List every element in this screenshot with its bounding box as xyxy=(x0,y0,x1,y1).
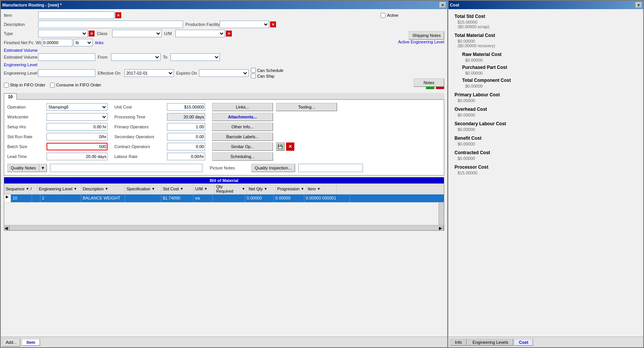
other-info-button[interactable]: Other Info... xyxy=(212,123,273,131)
col-sequence[interactable]: Sequence▼ xyxy=(4,184,29,194)
active-eng-level-link[interactable]: Active Engineering Level xyxy=(398,40,444,44)
quality-notes-input[interactable] xyxy=(50,164,202,172)
class-label: Class xyxy=(97,31,112,36)
um-clear[interactable]: ✕ xyxy=(226,30,232,37)
col-slash[interactable]: / xyxy=(29,184,37,194)
estimated-volume-section: Estimated Volume Estimated Volume From T… xyxy=(4,48,444,61)
item-clear-button[interactable]: ✕ xyxy=(115,12,121,18)
description-input[interactable] xyxy=(38,21,183,28)
cost-tab-info[interactable]: Info xyxy=(450,339,467,346)
links-link[interactable]: links xyxy=(95,40,103,45)
type-class-row: Type ✕ Class U/M ✕ xyxy=(4,30,444,37)
tooling-button[interactable]: Tooling... xyxy=(276,103,337,111)
table-row[interactable]: ▶ 10 2 BALANCE WEIGHT $1.74090 ea 0.0000… xyxy=(4,195,444,202)
total-component-cost-value: $0.00000 xyxy=(465,84,637,88)
primary-operators-label: Primary Operators xyxy=(114,125,164,129)
expires-on-label: Expires On xyxy=(176,71,199,75)
std-run-rate-input[interactable] xyxy=(47,133,108,140)
hscroll-left-arrow[interactable]: ◀ xyxy=(4,225,10,231)
um-select[interactable] xyxy=(175,30,225,37)
class-select[interactable] xyxy=(112,30,162,37)
vertical-scrollbar[interactable] xyxy=(438,203,444,225)
from-select[interactable] xyxy=(111,53,161,61)
row-expand-arrow[interactable]: ▶ xyxy=(4,195,11,202)
eng-level-input[interactable] xyxy=(38,69,95,77)
col-specification[interactable]: Specification▼ xyxy=(125,184,161,194)
labour-rate-input[interactable] xyxy=(167,153,205,160)
production-facility-select[interactable] xyxy=(220,21,269,28)
to-select[interactable] xyxy=(170,53,220,61)
delete-button[interactable]: ✕ xyxy=(286,142,294,151)
primary-operators-input[interactable] xyxy=(167,123,205,131)
quality-notes-dropdown[interactable]: ▼ xyxy=(39,164,47,172)
workcenter-select[interactable] xyxy=(47,113,108,121)
bottom-tab-item[interactable]: Item xyxy=(22,339,40,346)
bom-header: Bill of Material xyxy=(4,177,444,184)
production-facility-clear[interactable]: ✕ xyxy=(270,21,276,27)
primary-labour-cost-item: Primary Labour Cost $0.00000 xyxy=(454,92,637,103)
hscroll-right-arrow[interactable]: ▶ xyxy=(438,225,444,231)
cost-tab-cost[interactable]: Cost xyxy=(514,339,533,346)
lead-time-input[interactable] xyxy=(47,153,108,160)
operation-select[interactable]: Stamping6 xyxy=(47,103,108,111)
quality-inspection-input[interactable] xyxy=(298,164,363,172)
benefit-cost-item: Benefit Cost $0.00000 xyxy=(454,136,637,146)
cost-tab-engineering-levels[interactable]: Engineering Levels xyxy=(467,339,513,346)
weight-unit-select[interactable]: lb xyxy=(74,39,93,46)
quality-inspection-button[interactable]: Quality Inspection... xyxy=(251,164,295,172)
similar-op-button[interactable]: Similar Op... xyxy=(212,142,273,151)
est-vol-input[interactable] xyxy=(38,53,95,61)
save-icon[interactable]: 💾 xyxy=(276,142,284,151)
can-schedule-checkbox[interactable] xyxy=(251,68,256,73)
workcenter-label: Workcenter xyxy=(7,115,43,119)
col-progression[interactable]: Progression▼ xyxy=(276,184,306,194)
to-label: To xyxy=(163,55,170,59)
processing-time-input xyxy=(167,113,205,121)
type-select[interactable] xyxy=(38,30,88,37)
col-description[interactable]: Description▼ xyxy=(81,184,125,194)
type-clear[interactable]: ✕ xyxy=(88,30,95,37)
can-ship-row: Can Ship xyxy=(251,73,283,78)
notes-button[interactable]: Notes xyxy=(414,78,444,87)
overhead-cost-value: $0.00000 xyxy=(458,113,637,117)
tab-10[interactable]: 10 xyxy=(4,93,17,100)
contract-operators-input[interactable] xyxy=(167,143,205,150)
active-checkbox[interactable] xyxy=(381,13,385,18)
production-facility-label: Production Facility xyxy=(185,22,220,27)
unit-cost-input[interactable] xyxy=(167,103,205,111)
setup-hrs-input[interactable] xyxy=(47,123,108,131)
secondary-operators-input[interactable] xyxy=(167,133,205,140)
col-std-cost[interactable]: Std Cost▼ xyxy=(161,184,194,194)
scheduling-button[interactable]: Scheduling... xyxy=(212,152,273,161)
um-label: U/M xyxy=(164,31,175,36)
eng-level-row: Engineering Level Effective On 2017-02-0… xyxy=(4,68,444,78)
ship-fifo-checkbox[interactable] xyxy=(4,83,9,88)
expires-on-select[interactable] xyxy=(199,69,249,77)
item-input[interactable] xyxy=(38,11,114,19)
add-button[interactable]: Add... xyxy=(2,338,20,346)
quality-notes-split-button: Quality Notes ▼ xyxy=(7,164,47,172)
consume-fifo-checkbox[interactable] xyxy=(50,83,55,88)
attachments-button[interactable]: Attachments... xyxy=(212,113,273,121)
overhead-cost-item: Overhead Cost $0.00000 xyxy=(454,107,637,117)
col-eng-level[interactable]: Engineering Level▼ xyxy=(37,184,81,194)
purchased-part-cost-value: $0.00000 xyxy=(465,71,637,75)
finished-wt-input[interactable] xyxy=(42,39,72,46)
col-qty-required[interactable]: Qty Required▼ xyxy=(215,184,247,194)
cost-close-button[interactable]: × xyxy=(636,2,642,8)
links-button[interactable]: Links... xyxy=(212,103,273,111)
barcode-labels-button[interactable]: Barcode Labels... xyxy=(212,132,273,141)
col-net-qty[interactable]: Net Qty▼ xyxy=(247,184,276,194)
effective-on-select[interactable]: 2017-02-01 xyxy=(124,69,174,77)
window-close-button[interactable]: × xyxy=(440,2,446,8)
col-um[interactable]: U/M▼ xyxy=(194,184,215,194)
cost-panel: Cost × Total Std Cost $15.00000 ($0.0000… xyxy=(448,0,644,348)
batch-size-input[interactable] xyxy=(47,143,108,150)
purchased-part-cost-item: Purchased Part Cost $0.00000 xyxy=(462,65,637,75)
can-ship-checkbox[interactable] xyxy=(251,73,256,78)
shipping-notes-button[interactable]: Shipping Notes xyxy=(409,31,444,40)
eng-level-header: Engineering Level xyxy=(4,62,444,67)
col-item[interactable]: Item▼ xyxy=(306,184,337,194)
active-label: Active xyxy=(387,13,398,18)
quality-notes-button[interactable]: Quality Notes xyxy=(7,164,39,172)
